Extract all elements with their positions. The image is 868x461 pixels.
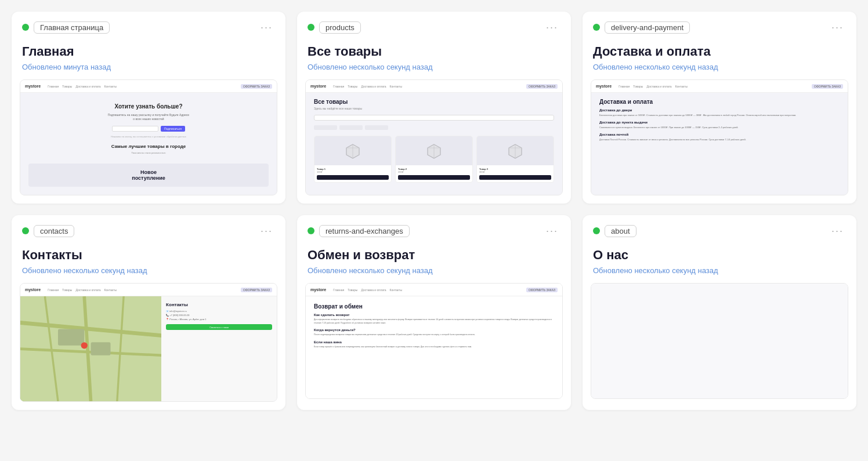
more-menu-button-delivery[interactable]: ··· <box>829 21 846 34</box>
more-menu-button-home[interactable]: ··· <box>258 21 275 34</box>
card-updated-home: Обновлено минута назад <box>22 63 275 71</box>
card-updated-delivery: Обновлено несколько секунд назад <box>593 63 846 71</box>
card-header-about: about ··· <box>583 215 856 242</box>
card-title-products: Все товары <box>308 44 560 59</box>
page-card-products: products ··· Все товары Обновлено нескол… <box>297 12 571 204</box>
card-updated-products: Обновлено несколько секунд назад <box>308 63 560 71</box>
slug-badge-contacts: contacts <box>34 225 74 237</box>
page-card-contacts: contacts ··· Контакты Обновлено нескольк… <box>12 215 285 410</box>
slug-badge-about: about <box>605 225 636 237</box>
card-title-delivery: Доставка и оплата <box>593 44 846 59</box>
slug-badge-home: Главная страница <box>34 21 110 34</box>
card-header-left-products: products <box>308 21 361 34</box>
status-dot-home <box>22 24 29 31</box>
card-preview-returns[interactable]: mystore Главная Товары Доставка и оплата… <box>305 283 563 399</box>
slug-badge-products: products <box>319 21 361 34</box>
status-dot-products <box>308 24 314 31</box>
card-info-contacts: Контакты Обновлено несколько секунд наза… <box>12 242 285 283</box>
card-info-delivery: Доставка и оплата Обновлено несколько се… <box>583 38 856 79</box>
card-header-home: Главная страница ··· <box>12 12 285 38</box>
card-header-left-home: Главная страница <box>22 21 110 34</box>
more-menu-button-returns[interactable]: ··· <box>544 224 560 237</box>
status-dot-contacts <box>22 227 29 234</box>
card-header-products: products ··· <box>297 12 571 38</box>
card-title-returns: Обмен и возврат <box>308 248 560 263</box>
card-preview-home[interactable]: mystore Главная Товары Доставка и оплата… <box>20 79 277 195</box>
more-menu-button-products[interactable]: ··· <box>544 21 560 34</box>
status-dot-delivery <box>593 24 600 31</box>
card-title-about: О нас <box>593 248 846 263</box>
card-info-home: Главная Обновлено минута назад <box>12 38 285 79</box>
more-menu-button-contacts[interactable]: ··· <box>258 224 275 237</box>
card-info-products: Все товары Обновлено несколько секунд на… <box>297 38 571 79</box>
svg-rect-15 <box>58 329 84 346</box>
svg-point-17 <box>81 342 88 349</box>
card-updated-contacts: Обновлено несколько секунд назад <box>22 266 275 275</box>
card-updated-returns: Обновлено несколько секунд назад <box>308 266 560 275</box>
slug-badge-delivery: delivery-and-payment <box>605 21 690 34</box>
svg-rect-16 <box>91 342 111 355</box>
card-updated-about: Обновлено несколько секунд назад <box>593 266 846 275</box>
card-info-about: О нас Обновлено несколько секунд назад <box>583 242 856 283</box>
page-card-home: Главная страница ··· Главная Обновлено м… <box>12 12 285 204</box>
card-title-home: Главная <box>22 44 275 59</box>
status-dot-returns <box>308 227 314 234</box>
card-preview-about[interactable] <box>591 283 848 399</box>
card-preview-products[interactable]: mystore Главная Товары Доставка и оплата… <box>305 79 563 195</box>
page-card-delivery: delivery-and-payment ··· Доставка и опла… <box>583 12 856 204</box>
card-header-left-delivery: delivery-and-payment <box>593 21 690 34</box>
card-header-returns: returns-and-exchanges ··· <box>297 215 571 242</box>
card-header-delivery: delivery-and-payment ··· <box>583 12 856 38</box>
card-header-left-contacts: contacts <box>22 225 74 237</box>
pages-grid: Главная страница ··· Главная Обновлено м… <box>12 12 856 410</box>
page-card-returns: returns-and-exchanges ··· Обмен и возвра… <box>297 215 571 410</box>
card-header-left-about: about <box>593 225 636 237</box>
more-menu-button-about[interactable]: ··· <box>829 224 846 237</box>
slug-badge-returns: returns-and-exchanges <box>319 225 410 237</box>
card-title-contacts: Контакты <box>22 248 275 263</box>
card-header-contacts: contacts ··· <box>12 215 285 242</box>
card-preview-contacts[interactable]: mystore Главная Товары Доставка и оплата… <box>20 283 277 402</box>
card-header-left-returns: returns-and-exchanges <box>308 225 410 237</box>
card-preview-delivery[interactable]: mystore Главная Товары Доставка и оплата… <box>591 79 848 195</box>
status-dot-about <box>593 227 600 234</box>
page-card-about: about ··· О нас Обновлено несколько секу… <box>583 215 856 410</box>
card-info-returns: Обмен и возврат Обновлено несколько секу… <box>297 242 571 283</box>
